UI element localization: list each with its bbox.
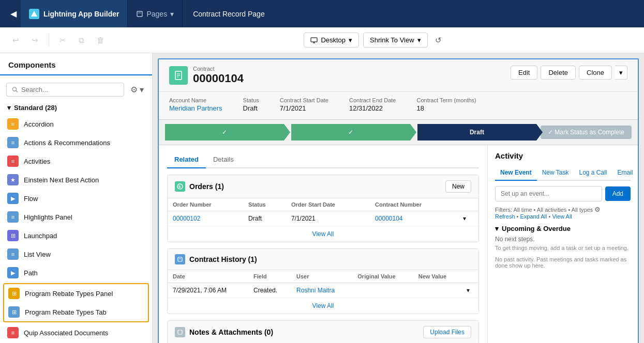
activity-tab-task[interactable]: New Task [537,165,574,181]
history-table: Date Field User Original Value New Value [168,270,478,298]
activities-label: Activities [24,158,50,165]
redo-button[interactable]: ↪ [27,33,42,48]
sidebar-item-rebate-tab[interactable]: ⊞ Program Rebate Types Tab [4,303,148,321]
history-title: Contract History (1) [189,255,257,263]
hist-col-field: Field [248,270,291,283]
start-date-value: 7/1/2021 [280,104,328,112]
accordion-label: Accordion [24,120,54,128]
orders-icon: $ [175,181,185,192]
upload-files-button[interactable]: Upload Files [423,326,471,338]
event-input[interactable] [495,186,602,201]
path-check-1: ✓ [222,129,227,136]
order-contract-1[interactable]: 00000104 [370,211,458,226]
pages-tab[interactable]: Pages ▾ [128,0,183,27]
history-view-all[interactable]: View All [168,298,478,314]
path-step-2[interactable]: ✓ [291,124,410,141]
search-input[interactable] [21,86,118,93]
standard-section-header[interactable]: ▾ Standard (28) [0,101,152,115]
contract-header: Contract 00000104 Edit Delete Clone ▾ [159,59,638,92]
undo-button[interactable]: ↩ [8,33,23,48]
path-step-draft[interactable]: Draft [417,124,536,141]
component-list: ▾ Standard (28) ≡ Accordion ≡ Actions & … [0,99,152,343]
sidebar-item-actions[interactable]: ≡ Actions & Recommendations [0,133,152,152]
history-card-header: Contract History (1) [168,249,478,270]
sidebar-item-path[interactable]: ▶ Path [0,263,152,282]
sidebar-item-highlights[interactable]: ≡ Highlights Panel [0,208,152,226]
activity-tab-event[interactable]: New Event [495,165,537,181]
term-value: 18 [416,104,476,112]
rebate-tab-label: Program Rebate Types Tab [25,308,107,316]
rebate-tab-icon: ⊞ [8,306,20,318]
sidebar-item-accordion[interactable]: ≡ Accordion [0,115,152,133]
copy-button[interactable]: ⧉ [74,33,88,48]
highlights-icon: ≡ [7,211,19,223]
shrink-dropdown[interactable]: Shrink To View ▾ [363,33,428,48]
activity-tab-email[interactable]: Email [612,165,638,181]
delete-button[interactable]: 🗑 [93,33,109,48]
hist-col-date: Date [168,270,248,283]
svg-text:$: $ [178,184,181,189]
chevron-upcoming: ▾ [495,225,499,232]
sidebar-item-quip-docs[interactable]: ≡ Quip Associated Documents [0,323,152,342]
edit-button[interactable]: Edit [511,66,537,80]
orders-card-header: $ Orders (1) New [168,175,478,198]
gear-button[interactable]: ⚙ ▾ [128,83,146,97]
account-name-value[interactable]: Meridian Partners [169,104,222,112]
canvas-area: Contract 00000104 Edit Delete Clone ▾ Ac… [153,53,644,343]
orders-new-button[interactable]: New [445,180,471,193]
actions-dropdown[interactable]: ▾ [615,66,627,80]
hist-user-1[interactable]: Roshni Maitra [291,283,352,298]
sidebar-item-launchpad[interactable]: ⊞ Launchpad [0,226,152,245]
sidebar-item-listview[interactable]: ≡ List View [0,245,152,263]
svg-rect-3 [311,38,317,42]
path-icon: ▶ [7,267,19,278]
einstein-label: Einstein Next Best Action [24,176,99,184]
expand-all-link[interactable]: Expand All [520,213,547,220]
event-input-row: Add [495,186,631,201]
view-all-link[interactable]: View All [552,213,572,220]
refresh-button[interactable]: ↺ [432,33,445,48]
svg-point-6 [12,87,16,91]
filter-gear-icon[interactable]: ⚙ [594,206,601,213]
mark-complete-button[interactable]: ✓ Mark Status as Complete [541,126,632,139]
filter-separator-1: • [517,213,520,220]
path-label: Path [24,269,38,277]
order-number-1[interactable]: 00000102 [168,211,243,226]
refresh-link[interactable]: Refresh [495,213,515,220]
notes-title: Notes & Attachments (0) [189,328,273,336]
path-step-1[interactable]: ✓ [165,124,284,141]
tab-related[interactable]: Related [167,151,206,168]
sidebar-item-einstein[interactable]: ★ Einstein Next Best Action [0,170,152,189]
sidebar-item-rebate-panel[interactable]: ⊞ Program Rebate Types Panel [4,284,148,303]
hist-date-1: 7/29/2021, 7:06 AM [168,283,248,298]
add-event-button[interactable]: Add [605,186,631,201]
status-value: Draft [243,104,259,112]
einstein-icon: ★ [7,174,19,185]
order-row-actions-1[interactable]: ▾ [458,211,478,226]
clone-button[interactable]: Clone [579,66,612,80]
collapse-icon: ▾ [7,104,11,112]
tab-details[interactable]: Details [206,151,241,168]
cut-button[interactable]: ✂ [55,33,70,48]
hist-row-actions-1[interactable]: ▾ [461,283,478,298]
sidebar: Components ⚙ ▾ ▾ Standard (28) ≡ Accordi… [0,53,153,343]
end-date-field: Contract End Date 12/31/2022 [349,97,396,112]
contract-number: 00000104 [193,72,244,85]
activity-tabs: New Event New Task Log a Call Email [495,165,631,181]
app-builder-tab[interactable]: Lightning App Builder [21,0,128,27]
no-past-activity: No past activity. Past meetings and task… [495,256,631,269]
term-field: Contract Term (months) 18 [416,97,476,112]
desktop-dropdown[interactable]: Desktop ▾ [304,33,359,48]
orders-view-all[interactable]: View All [168,226,478,242]
back-button[interactable]: ◀ [6,5,21,23]
start-date-field: Contract Start Date 7/1/2021 [280,97,328,112]
sidebar-item-activities[interactable]: ≡ Activities [0,152,152,170]
rebate-panel-icon: ⊞ [8,288,20,299]
sidebar-item-flow[interactable]: ▶ Flow [0,189,152,208]
related-section: Related Details $ Orders (1) [159,145,488,343]
content-split: Related Details $ Orders (1) [159,145,638,343]
activity-tab-call[interactable]: Log a Call [574,165,612,181]
filters-label: Filters: All time • All activities • All… [495,207,594,213]
orders-card: $ Orders (1) New Order Number Status [167,175,479,242]
delete-button[interactable]: Delete [541,66,576,80]
